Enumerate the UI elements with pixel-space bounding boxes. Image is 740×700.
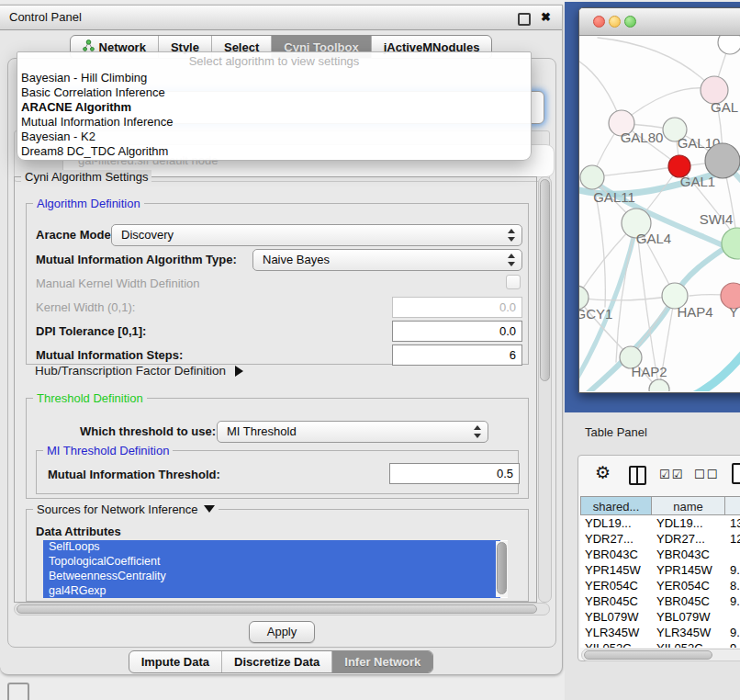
bottom-tab-impute-data[interactable]: Impute Data	[129, 651, 221, 672]
algorithm-option-dream8-dc-tdc-algorithm[interactable]: Dream8 DC_TDC Algorithm	[17, 144, 531, 159]
algorithm-option-mutual-information-inference[interactable]: Mutual Information Inference	[17, 115, 531, 130]
mi-threshold-label: Mutual Information Threshold:	[48, 468, 220, 481]
table-row[interactable]: YLR345WYLR345W9.	[580, 625, 740, 640]
data-attributes-list[interactable]: SelfLoopsTopologicalCoefficientBetweenne…	[43, 540, 508, 598]
settings-vertical-scrollbar[interactable]	[538, 176, 552, 603]
settings-hscrollbar-thumb[interactable]	[17, 604, 537, 614]
attribute-item-topologicalcoefficient[interactable]: TopologicalCoefficient	[43, 555, 500, 570]
algorithm-option-bayesian-k2[interactable]: Bayesian - K2	[17, 130, 531, 144]
node-label-gal11: GAL11	[593, 189, 635, 205]
network-window-titlebar	[579, 8, 740, 36]
table-row[interactable]: YBR043CYBR043C	[580, 547, 740, 562]
bottom-tab-infer-network[interactable]: Infer Network	[331, 651, 432, 672]
table-row[interactable]: YDR27...YDR27...12	[580, 531, 740, 547]
mi-threshold-definition-group: MI Threshold Definition Mutual Informati…	[36, 450, 519, 494]
table-cell	[725, 609, 740, 625]
node-label-gcy1: GCY1	[579, 306, 612, 322]
table-cell: 9.	[725, 593, 740, 609]
which-threshold-combobox[interactable]: MI Threshold	[217, 421, 488, 443]
table-panel-title: Table Panel	[565, 412, 740, 439]
table-horizontal-scrollbar[interactable]	[581, 649, 740, 661]
attribute-item-selfloops[interactable]: SelfLoops	[43, 540, 500, 555]
algorithm-option-aracne-algorithm[interactable]: ARACNE Algorithm	[17, 100, 531, 115]
node-table: shared...name YDL19...YDL19...13YDR27...…	[580, 496, 740, 648]
split-columns-icon[interactable]	[629, 466, 646, 485]
window-zoom-icon[interactable]	[624, 16, 636, 28]
table-cell	[725, 547, 740, 562]
settings-horizontal-scrollbar[interactable]	[14, 603, 550, 615]
table-row[interactable]: YDL19...YDL19...13	[580, 515, 740, 531]
table-row[interactable]: YIL052CYIL052C9.	[580, 640, 740, 648]
mi-steps-field[interactable]: 6	[392, 344, 522, 366]
bottom-tab-label: Infer Network	[344, 655, 420, 669]
mi-algorithm-type-label: Mutual Information Algorithm Type:	[36, 253, 237, 266]
table-cell: YBR043C	[580, 547, 652, 562]
node-label-gal4: GAL4	[636, 231, 671, 246]
window-close-icon[interactable]	[593, 16, 605, 28]
mi-algorithm-type-combobox[interactable]: Naive Bayes	[252, 249, 522, 271]
data-attributes-label: Data Attributes	[36, 525, 121, 538]
aracne-mode-combobox[interactable]: Discovery	[111, 224, 522, 246]
table-cell: 13	[725, 515, 740, 531]
network-node-gal11[interactable]	[580, 165, 604, 189]
table-row[interactable]: YBR045CYBR045C9.	[580, 593, 740, 609]
aracne-mode-value: Discovery	[121, 228, 174, 242]
table-cell: 12	[725, 531, 740, 547]
network-canvas[interactable]: GALGAL80GAL10GAL1GAL11SWI4GAL4GCY1HAP4YH…	[579, 36, 740, 391]
table-cell: YER054C	[580, 578, 652, 593]
table-row[interactable]: YBL079WYBL079W	[580, 609, 740, 625]
algorithm-option-bayesian-hill-climbing[interactable]: Bayesian - Hill Climbing	[17, 71, 531, 85]
close-icon[interactable]: ✖	[541, 10, 551, 24]
screenshot-root: Control Panel ✖ NetworkStyleSelectCyni T…	[0, 0, 740, 700]
which-threshold-label: Which threshold to use:	[80, 424, 216, 438]
column-header-shared[interactable]: shared...	[580, 496, 652, 515]
apply-button[interactable]: Apply	[249, 621, 315, 643]
sources-title-text: Sources for Network Inference	[37, 502, 198, 516]
expander-arrow-icon	[235, 366, 243, 377]
collapse-arrow-icon[interactable]	[204, 505, 215, 513]
manual-kernel-width-label: Manual Kernel Width Definition	[36, 277, 199, 290]
network-node-swi4[interactable]	[722, 228, 740, 259]
attributes-scrollbar-thumb[interactable]	[497, 542, 507, 594]
table-header-row: shared...name	[580, 496, 740, 515]
network-view-window: GALGAL80GAL10GAL1GAL11SWI4GAL4GCY1HAP4YH…	[578, 7, 740, 393]
attribute-item-betweennesscentrality[interactable]: BetweennessCentrality	[43, 570, 500, 584]
table-rows: YDL19...YDL19...13YDR27...YDR27...12YBR0…	[580, 515, 740, 648]
algorithm-option-basic-correlation-inference[interactable]: Basic Correlation Inference	[17, 85, 531, 100]
show-columns-icon[interactable]: ☑☑	[659, 468, 684, 481]
table-hscrollbar-thumb[interactable]	[584, 650, 712, 660]
table-cell: 9.	[725, 640, 740, 648]
gear-icon[interactable]: ⚙	[595, 462, 611, 482]
table-row[interactable]: YER054CYER054C8.	[580, 578, 740, 593]
window-minimize-icon[interactable]	[609, 16, 621, 28]
kernel-width-field[interactable]: 0.0	[392, 297, 522, 318]
mi-threshold-field[interactable]: 0.5	[389, 463, 520, 484]
attribute-item-gal4rgexp[interactable]: gal4RGexp	[43, 584, 500, 598]
network-node-node-top[interactable]	[718, 36, 740, 54]
column-header-name[interactable]: name	[652, 496, 725, 515]
attributes-list-scrollbar[interactable]	[496, 541, 508, 597]
algorithm-definition-title: Algorithm Definition	[33, 197, 144, 210]
table-panel-region: Table Panel ⚙ ☑☑ ☐☐ shared...name YDL19.…	[565, 412, 740, 700]
bottom-tab-discretize-data[interactable]: Discretize Data	[221, 651, 331, 672]
column-header-cut[interactable]	[725, 496, 740, 515]
table-cell: YDL19...	[652, 515, 725, 531]
manual-kernel-width-checkbox[interactable]	[506, 275, 521, 289]
table-cell: YIL052C	[580, 640, 652, 648]
table-panel: ⚙ ☑☑ ☐☐ shared...name YDL19...YDL19...13…	[577, 455, 740, 661]
float-panel-icon[interactable]	[518, 13, 531, 26]
network-graph: GALGAL80GAL10GAL1GAL11SWI4GAL4GCY1HAP4YH…	[579, 36, 740, 391]
hub-transcription-factor-expander[interactable]: Hub/Transcription Factor Definition	[35, 364, 243, 378]
algorithm-definition-group: Algorithm Definition Aracne Mode: Discov…	[26, 203, 529, 365]
dpi-tolerance-field[interactable]: 0.0	[392, 321, 522, 342]
collapsed-panel-icon[interactable]	[7, 683, 29, 700]
threshold-definition-group: Threshold Definition Which threshold to …	[26, 398, 529, 499]
node-label-gal80: GAL80	[621, 130, 664, 145]
table-cell: YDL19...	[580, 515, 652, 531]
settings-scrollbar-thumb[interactable]	[540, 179, 550, 381]
table-row[interactable]: YPR145WYPR145W9.	[580, 562, 740, 578]
table-cell: 8.	[725, 578, 740, 593]
network-edge	[598, 38, 714, 90]
hide-columns-icon[interactable]: ☐☐	[694, 468, 719, 481]
document-icon[interactable]	[732, 463, 740, 484]
